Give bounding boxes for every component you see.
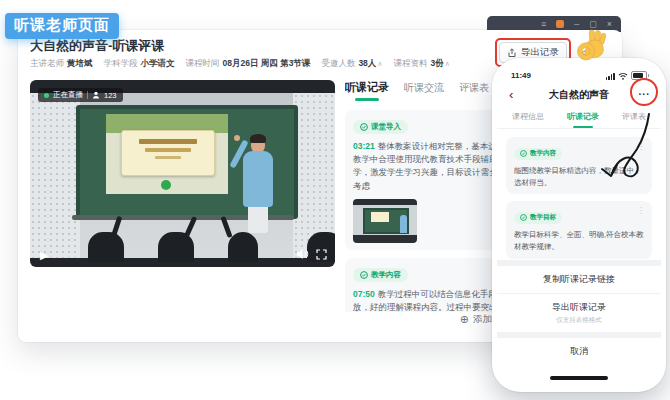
- signal-icon: [606, 73, 615, 81]
- wifi-icon: [618, 72, 628, 80]
- tab-listen-record[interactable]: 听课记录: [345, 80, 389, 101]
- video-player[interactable]: 正在直播 123 ▶: [30, 80, 335, 267]
- check-circle-icon: [520, 214, 527, 221]
- record-time: 07:50: [353, 289, 375, 299]
- meta-materials[interactable]: 课程资料3份∧: [393, 58, 449, 70]
- student-silhouette: [228, 232, 258, 262]
- phone-record-item: 教学目标 ⋮ 教学目标科学、全面、明确,符合校本教材教学规律。: [506, 201, 652, 258]
- phone-tab-listen-record[interactable]: 听课记录: [567, 111, 599, 128]
- viewers-icon: [92, 91, 100, 99]
- chevron-up-icon: ∧: [445, 60, 450, 67]
- meta-subject: 学科学段小学语文: [104, 58, 175, 70]
- phone-tabs: 课程信息 听课记录 评课表: [497, 107, 661, 129]
- check-circle-icon: [520, 150, 527, 157]
- status-time: 11:49: [511, 71, 531, 80]
- phone-nav-bar: ‹ 大自然的声音 ···: [497, 82, 661, 107]
- phone-record-item: 教学内容 ⋮ 能围绕教学目标精选内容，数量适中，选材得当。: [506, 137, 652, 194]
- cancel-button[interactable]: 取消: [497, 338, 661, 365]
- live-badge: 正在直播 123: [38, 88, 123, 102]
- minimize-icon[interactable]: –: [574, 20, 579, 29]
- teacher-figure: [241, 137, 275, 239]
- battery-icon: [631, 71, 647, 80]
- meta-time: 课程时间08月26日 周四 第3节课: [186, 58, 311, 70]
- screenshot-stage: ≡ – ◻ × 听课老师页面 大自然的声音-听课评课 主讲老师黄培斌 学科学段小…: [0, 0, 670, 400]
- add-icon: ⊕: [460, 314, 469, 325]
- volume-icon[interactable]: [296, 248, 309, 260]
- check-circle-icon: [360, 123, 368, 131]
- phone-tab-course-info[interactable]: 课程信息: [512, 111, 544, 128]
- tab-evaluation[interactable]: 评课表: [459, 81, 489, 101]
- record-thumbnail[interactable]: [353, 199, 417, 243]
- record-tag: 教学内容: [353, 268, 408, 282]
- more-icon[interactable]: ···: [639, 89, 651, 100]
- phone-tab-evaluation[interactable]: 评课表: [622, 111, 646, 128]
- check-circle-icon: [360, 271, 368, 279]
- close-icon[interactable]: ×: [607, 20, 612, 29]
- phone-page-title: 大自然的声音: [549, 88, 609, 102]
- play-button[interactable]: ▶: [40, 249, 48, 262]
- record-tag: 教学目标: [514, 212, 562, 224]
- tab-listen-chat[interactable]: 听课交流: [404, 81, 444, 101]
- card-menu-icon[interactable]: ⋮: [637, 142, 645, 151]
- menu-icon[interactable]: ≡: [541, 20, 546, 29]
- home-indicator: [550, 376, 608, 380]
- viewer-count: 123: [104, 91, 117, 100]
- export-icon: [507, 48, 517, 58]
- phone-record-list: 教学内容 ⋮ 能围绕教学目标精选内容，数量适中，选材得当。 教学目标 ⋮ 教学目…: [497, 129, 661, 259]
- record-tag: 教学内容: [514, 148, 562, 160]
- chevron-up-icon: ∧: [377, 60, 382, 67]
- phone-action-sheet: 复制听课记录链接 导出听课记录 仅支持表格格式 取消: [497, 260, 661, 387]
- annotation-page-label: 听课老师页面: [5, 13, 119, 39]
- ok-hand-emoji: [574, 26, 611, 68]
- page-title: 大自然的声音-听课评课: [30, 37, 164, 55]
- student-silhouette: [88, 232, 124, 262]
- meta-invitees[interactable]: 受邀人数38人∧: [321, 58, 382, 70]
- live-dot-icon: [44, 93, 49, 98]
- classroom-video-scene: [30, 93, 335, 258]
- student-silhouette: [158, 232, 194, 262]
- record-time: 03:21: [353, 141, 375, 151]
- fullscreen-icon[interactable]: [316, 249, 327, 260]
- projector-screen: [106, 114, 228, 194]
- export-sub-label: 仅支持表格格式: [497, 316, 661, 325]
- back-icon[interactable]: ‹: [509, 88, 513, 101]
- export-record-button[interactable]: 导出听课记录 仅支持表格格式: [497, 294, 661, 332]
- record-tag: 课堂导入: [353, 120, 408, 134]
- phone-mockup: 11:49 ‹ 大自然的声音 ··· 课程信息 听课记录 评课表: [492, 58, 666, 392]
- app-badge-icon: [556, 20, 564, 28]
- copy-record-link-button[interactable]: 复制听课记录链接: [497, 266, 661, 293]
- course-meta-row: 主讲老师黄培斌 学科学段小学语文 课程时间08月26日 周四 第3节课 受邀人数…: [30, 58, 450, 70]
- card-menu-icon[interactable]: ⋮: [637, 206, 645, 215]
- meta-teacher: 主讲老师黄培斌: [30, 58, 93, 70]
